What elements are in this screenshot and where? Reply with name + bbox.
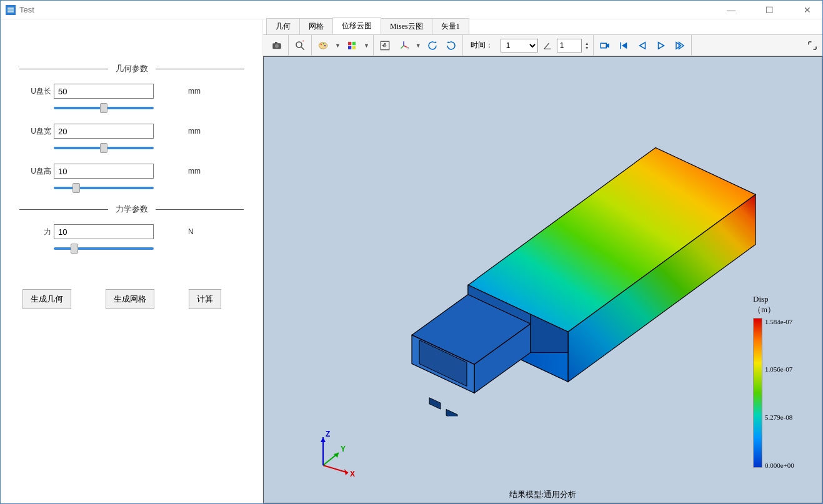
length-unit: mm (188, 87, 201, 96)
camera-icon[interactable] (269, 38, 284, 53)
titlebar: Test — ☐ ✕ (1, 1, 822, 19)
svg-rect-28 (429, 398, 441, 409)
zoom-icon[interactable] (292, 38, 307, 53)
section-mechanics: 力学参数 (19, 204, 244, 215)
viewport-toolbar: ▼ ▼ z▼ 时间： 1 ▲▼ (263, 35, 822, 56)
time-select[interactable]: 1 (501, 39, 538, 52)
svg-rect-19 (601, 43, 606, 48)
height-label: U盘高 (19, 166, 54, 177)
step-forward-icon[interactable] (672, 38, 687, 53)
width-input[interactable] (54, 124, 154, 139)
step-back-icon[interactable] (635, 38, 650, 53)
compute-button[interactable]: 计算 (189, 289, 221, 309)
svg-rect-10 (348, 42, 351, 45)
svg-point-7 (321, 43, 322, 44)
axis-triad: X Y Z (311, 428, 361, 478)
height-slider[interactable] (54, 187, 154, 189)
generate-geometry-button[interactable]: 生成几何 (22, 289, 71, 309)
svg-text:Z: Z (326, 430, 330, 438)
svg-marker-39 (321, 437, 326, 442)
step-up[interactable]: ▲ (585, 41, 589, 46)
svg-line-16 (401, 46, 404, 49)
parameter-panel: 几何参数 U盘长 mm U盘宽 mm U盘高 mm 力学参数 (1, 19, 263, 503)
height-input[interactable] (54, 164, 154, 179)
length-slider[interactable] (54, 107, 154, 109)
tab-vector1[interactable]: 矢量1 (432, 18, 469, 34)
width-label: U盘宽 (19, 126, 54, 137)
svg-rect-20 (620, 42, 621, 49)
svg-point-2 (275, 44, 279, 47)
time-label: 时间： (467, 40, 497, 51)
width-unit: mm (188, 127, 201, 136)
tab-geometry[interactable]: 几何 (266, 18, 300, 34)
svg-rect-13 (352, 46, 356, 49)
window-title: Test (19, 5, 34, 14)
length-input[interactable] (54, 84, 154, 99)
tab-displacement[interactable]: 位移云图 (332, 17, 381, 34)
svg-rect-29 (446, 409, 457, 416)
maximize-button[interactable]: ☐ (759, 5, 780, 15)
width-slider[interactable] (54, 147, 154, 149)
rotate-ccw-icon[interactable] (425, 38, 440, 53)
expand-icon[interactable] (805, 38, 820, 53)
legend-tick: 0.000e+00 (765, 462, 794, 469)
legend-tick: 5.279e-08 (765, 413, 794, 421)
section-geometry: 几何参数 (19, 63, 244, 74)
tab-mises[interactable]: Mises云图 (381, 18, 432, 34)
3d-viewport[interactable]: X Y Z Disp （m） 1.584 (263, 56, 822, 503)
palette-icon[interactable] (316, 38, 331, 53)
length-label: U盘长 (19, 86, 54, 97)
result-label: 结果模型:通用分析 (509, 489, 577, 500)
legend-bar (753, 318, 762, 468)
svg-rect-14 (381, 41, 389, 50)
svg-line-5 (301, 47, 304, 50)
app-logo (6, 5, 16, 15)
minimize-button[interactable]: — (721, 5, 742, 15)
cube-color-icon[interactable] (344, 38, 359, 53)
record-icon[interactable] (597, 38, 612, 53)
svg-text:z: z (407, 47, 409, 50)
svg-rect-11 (352, 42, 356, 45)
color-legend: Disp （m） 1.584e-07 1.056e-07 5.279e-08 0… (753, 294, 809, 469)
legend-tick: 1.056e-07 (765, 365, 794, 373)
close-button[interactable]: ✕ (797, 5, 817, 15)
svg-rect-12 (348, 46, 351, 49)
generate-mesh-button[interactable]: 生成网格 (106, 289, 154, 309)
svg-point-4 (296, 42, 302, 47)
svg-text:Y: Y (341, 445, 346, 453)
rotate-cw-icon[interactable] (444, 38, 459, 53)
fit-view-icon[interactable] (377, 38, 392, 53)
height-unit: mm (188, 167, 201, 175)
angle-icon[interactable] (542, 38, 553, 53)
svg-text:X: X (350, 470, 355, 478)
tab-mesh[interactable]: 网格 (299, 18, 333, 34)
model-render (324, 91, 762, 416)
force-unit: N (188, 227, 194, 236)
force-input[interactable] (54, 224, 154, 239)
svg-marker-36 (334, 453, 339, 458)
skip-first-icon[interactable] (616, 38, 631, 53)
svg-line-15 (404, 46, 407, 47)
tabs: 几何 网格 位移云图 Mises云图 矢量1 (263, 19, 822, 35)
axis-view-icon[interactable]: z (396, 38, 411, 53)
svg-point-9 (324, 44, 326, 46)
force-slider[interactable] (54, 247, 154, 250)
force-label: 力 (19, 227, 54, 237)
svg-point-8 (323, 42, 324, 44)
step-down[interactable]: ▼ (585, 46, 589, 50)
play-icon[interactable] (654, 38, 669, 53)
time-step-input[interactable] (557, 39, 582, 52)
svg-rect-3 (275, 42, 277, 44)
legend-tick: 1.584e-07 (765, 318, 794, 325)
